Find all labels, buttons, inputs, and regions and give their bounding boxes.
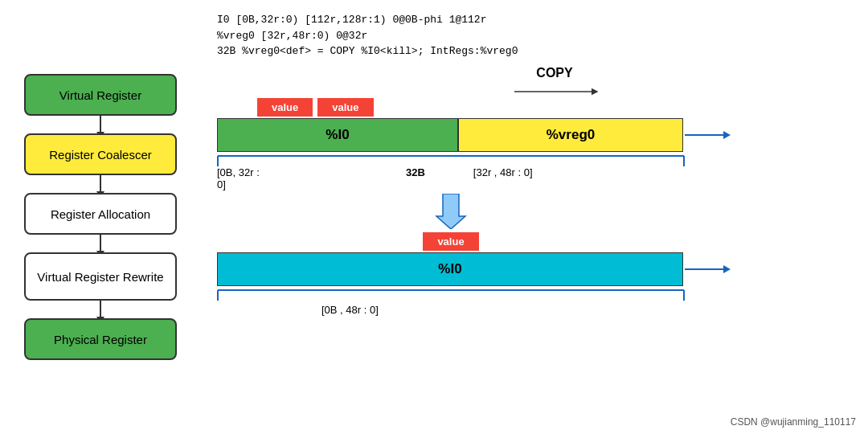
label-left: [0B, 32r : 0] xyxy=(217,166,265,190)
label-bottom: [0B , 48r : 0] xyxy=(321,304,379,316)
label-mid: 32B xyxy=(406,166,425,190)
csdn-credit: CSDN @wujianming_110117 xyxy=(731,416,856,428)
value-boxes-row: value value xyxy=(257,98,852,117)
flow-box-label: Register Coalescer xyxy=(49,148,152,162)
bracket-top xyxy=(217,155,685,166)
flow-box-label: Register Allocation xyxy=(51,207,150,221)
flow-arrow-2 xyxy=(100,175,101,193)
code-line-3: 32B %vreg0<def> = COPY %I0<kill>; IntReg… xyxy=(217,43,852,59)
bracket-bottom xyxy=(217,289,685,301)
flow-box-label: Virtual Register Rewrite xyxy=(37,270,163,284)
value-box-left: value xyxy=(257,98,313,117)
flow-box-label: Virtual Register xyxy=(59,88,141,102)
code-line-2: %vreg0 [32r,48r:0) 0@32r xyxy=(217,28,852,44)
bars-row: %I0 %vreg0 xyxy=(217,118,852,152)
down-arrow-container xyxy=(217,194,685,229)
value-box-right: value xyxy=(317,98,373,117)
down-arrow-svg xyxy=(431,194,471,229)
copy-label: COPY xyxy=(257,66,852,80)
flow-box-virtual-register-rewrite: Virtual Register Rewrite xyxy=(24,252,177,301)
bottom-value-row: value xyxy=(217,232,685,251)
diagram-area: COPY value value %I0 %vr xyxy=(217,66,852,316)
code-block: I0 [0B,32r:0) [112r,128r:1) 0@0B-phi 1@1… xyxy=(217,12,852,59)
flow-box-register-coalescer: Register Coalescer xyxy=(24,133,177,175)
flow-box-register-allocation: Register Allocation xyxy=(24,193,177,235)
timeline-arrow-bottom xyxy=(685,268,725,270)
value-box-bottom: value xyxy=(423,232,478,251)
flowchart-panel: Virtual Register Register Coalescer Regi… xyxy=(0,0,201,434)
bottom-bracket-svg xyxy=(217,289,685,301)
bar-io: %I0 xyxy=(217,118,458,152)
bracket-svg xyxy=(217,155,685,166)
bottom-labels-row: [0B , 48r : 0] xyxy=(217,304,852,316)
top-labels-row: [0B, 32r : 0] 32B [32r , 48r : 0] xyxy=(217,166,852,190)
label-right: [32r , 48r : 0] xyxy=(473,166,533,190)
flow-arrow-4 xyxy=(100,301,101,318)
flow-box-virtual-register: Virtual Register xyxy=(24,74,177,116)
flow-arrow-3 xyxy=(100,235,101,252)
diagram-panel: I0 [0B,32r:0) [112r,128r:1) 0@0B-phi 1@1… xyxy=(201,0,868,434)
flow-box-label: Physical Register xyxy=(54,333,147,346)
bottom-bar-row: %I0 xyxy=(217,252,852,286)
svg-marker-5 xyxy=(436,194,465,229)
copy-arrow-svg xyxy=(506,84,603,98)
bar-vreg0: %vreg0 xyxy=(458,118,683,152)
timeline-arrow-top xyxy=(685,134,725,136)
flow-box-physical-register: Physical Register xyxy=(24,318,177,360)
flow-arrow-1 xyxy=(100,116,101,133)
code-line-1: I0 [0B,32r:0) [112r,128r:1) 0@0B-phi 1@1… xyxy=(217,12,852,28)
bar-io-bottom: %I0 xyxy=(217,252,683,286)
